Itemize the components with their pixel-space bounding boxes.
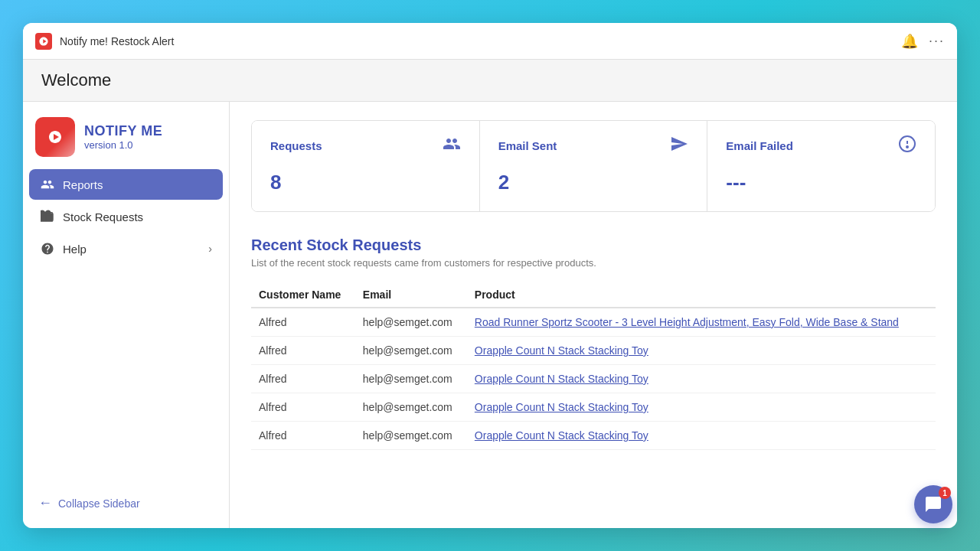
svg-point-3: [906, 146, 908, 148]
sidebar-item-reports-label: Reports: [63, 178, 103, 191]
stat-card-requests-header: Requests: [270, 135, 461, 157]
bell-icon[interactable]: 🔔: [901, 33, 918, 50]
table-row: Alfredhelp@semget.comOrapple Count N Sta…: [251, 393, 936, 422]
table-row: Alfredhelp@semget.comRoad Runner Sportz …: [251, 308, 936, 337]
title-bar-actions: 🔔 ···: [901, 33, 945, 50]
stat-card-email-sent-label: Email Sent: [498, 139, 557, 152]
stat-card-email-sent: Email Sent 2: [480, 121, 708, 211]
table-row: Alfredhelp@semget.comOrapple Count N Sta…: [251, 422, 936, 450]
title-bar: Notify me! Restock Alert 🔔 ···: [23, 23, 957, 60]
stat-cards: Requests 8 Email Sent 2: [251, 120, 936, 212]
alert-circle-icon: [898, 135, 916, 157]
chat-badge: 1: [939, 487, 951, 499]
app-title: Notify me! Restock Alert: [60, 35, 893, 47]
cell-product[interactable]: Orapple Count N Stack Stacking Toy: [467, 393, 936, 422]
cell-customer-name: Alfred: [251, 365, 355, 393]
cell-email: help@semget.com: [355, 337, 467, 365]
stat-card-email-failed-header: Email Failed: [726, 135, 916, 157]
cell-email: help@semget.com: [355, 393, 467, 422]
table-row: Alfredhelp@semget.comOrapple Count N Sta…: [251, 337, 936, 365]
cell-customer-name: Alfred: [251, 308, 355, 337]
logo-version: version 1.0: [84, 139, 162, 151]
app-icon: [35, 33, 52, 50]
stat-card-requests-value: 8: [270, 171, 461, 194]
app-window: Notify me! Restock Alert 🔔 ··· Welcome N…: [23, 23, 957, 528]
cell-email: help@semget.com: [355, 422, 467, 450]
cell-email: help@semget.com: [355, 308, 467, 337]
stock-requests-table: Customer Name Email Product Alfredhelp@s…: [251, 282, 936, 450]
sidebar-item-reports[interactable]: Reports: [29, 169, 223, 200]
recent-stock-requests-title: Recent Stock Requests: [251, 236, 936, 254]
stat-card-email-failed-value: ---: [726, 171, 916, 194]
cell-product[interactable]: Road Runner Sportz Scooter - 3 Level Hei…: [467, 308, 936, 337]
cell-product[interactable]: Orapple Count N Stack Stacking Toy: [467, 422, 936, 450]
sidebar-item-help[interactable]: Help ›: [29, 233, 223, 264]
reports-icon: [40, 177, 55, 192]
nav-items: Reports Stock Requests Help ›: [23, 169, 229, 487]
logo-title: NOTIFY ME: [84, 123, 162, 139]
sidebar-item-stock-requests-label: Stock Requests: [63, 210, 143, 223]
stock-icon: [40, 209, 55, 224]
main-content: Requests 8 Email Sent 2: [230, 102, 957, 528]
sidebar: NOTIFY ME version 1.0 Reports S: [23, 102, 230, 528]
stat-card-email-failed-label: Email Failed: [726, 139, 793, 152]
cell-product[interactable]: Orapple Count N Stack Stacking Toy: [467, 337, 936, 365]
table-row: Alfredhelp@semget.comOrapple Count N Sta…: [251, 365, 936, 393]
users-icon: [443, 135, 461, 157]
more-options-icon[interactable]: ···: [929, 33, 945, 49]
collapse-sidebar-label: Collapse Sidebar: [58, 497, 140, 510]
stat-card-requests-label: Requests: [270, 139, 322, 152]
send-icon: [670, 135, 688, 157]
collapse-sidebar-button[interactable]: ← Collapse Sidebar: [23, 487, 229, 519]
logo-text: NOTIFY ME version 1.0: [84, 123, 162, 151]
cell-customer-name: Alfred: [251, 422, 355, 450]
sidebar-item-help-label: Help: [63, 243, 87, 256]
chat-bubble-button[interactable]: 1: [914, 485, 952, 523]
help-icon: [40, 241, 55, 256]
main-layout: NOTIFY ME version 1.0 Reports S: [23, 102, 957, 528]
stat-card-requests: Requests 8: [252, 121, 480, 211]
welcome-heading: Welcome: [41, 70, 939, 90]
col-email: Email: [355, 282, 467, 308]
logo-area: NOTIFY ME version 1.0: [23, 102, 229, 169]
cell-email: help@semget.com: [355, 365, 467, 393]
col-product: Product: [467, 282, 936, 308]
cell-customer-name: Alfred: [251, 393, 355, 422]
logo-icon: [35, 117, 75, 157]
arrow-left-icon: ←: [38, 495, 52, 511]
stat-card-email-sent-value: 2: [498, 171, 689, 194]
chevron-right-icon: ›: [208, 243, 212, 255]
stat-card-email-sent-header: Email Sent: [498, 135, 689, 157]
cell-customer-name: Alfred: [251, 337, 355, 365]
sidebar-item-stock-requests[interactable]: Stock Requests: [29, 201, 223, 232]
col-customer-name: Customer Name: [251, 282, 355, 308]
stat-card-email-failed: Email Failed ---: [707, 121, 935, 211]
welcome-bar: Welcome: [23, 60, 957, 102]
recent-stock-requests-desc: List of the recent stock requests came f…: [251, 257, 936, 269]
cell-product[interactable]: Orapple Count N Stack Stacking Toy: [467, 365, 936, 393]
recent-stock-requests-section: Recent Stock Requests List of the recent…: [251, 236, 936, 450]
